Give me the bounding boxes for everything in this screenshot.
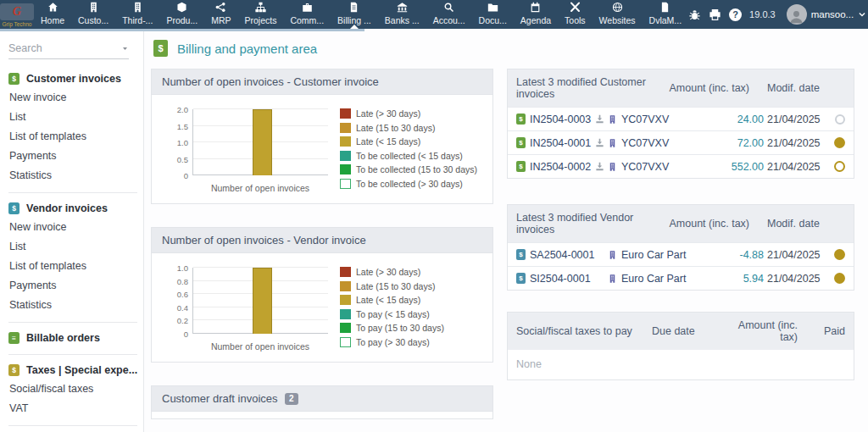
sidebar-section-title[interactable]: $Taxes | Special expe... [8, 363, 137, 379]
cube-icon [176, 2, 187, 13]
sidebar-link[interactable]: New invoice [8, 87, 137, 107]
vendor-open-invoices-panel: Number of open invoices - Vendor invoice… [151, 227, 493, 363]
company-building-icon [608, 250, 617, 260]
amount-header: Amount (inc. tax) [670, 218, 749, 230]
company-cell: Euro Car Part [608, 249, 693, 261]
search-input[interactable] [8, 42, 108, 54]
sidebar-link[interactable]: Payments [8, 275, 137, 295]
nav-item-accou[interactable]: Accou... [426, 0, 472, 29]
nav-item-label: Comm... [290, 15, 324, 25]
sidebar-link[interactable]: List [8, 107, 137, 126]
nav-item-banks[interactable]: Banks ... [378, 0, 426, 29]
search-dropdown-caret-icon[interactable] [121, 45, 129, 53]
page-title: Billing and payment area [177, 42, 317, 56]
nav-item-produ[interactable]: Produ... [159, 0, 204, 29]
sidebar-link[interactable]: VAT [8, 398, 137, 418]
nav-item-label: Docu... [479, 15, 507, 25]
company-link[interactable]: YC07VXV [621, 114, 669, 125]
x-axis-label: Number of open invoices [192, 341, 328, 352]
legend-item: Late (> 30 days) [340, 267, 444, 277]
download-icon[interactable] [595, 138, 604, 147]
invoice-ref-link[interactable]: IN2504-0002 [530, 161, 591, 173]
billable-orders-icon: ≡ [8, 332, 19, 344]
nav-item-docu[interactable]: Docu... [472, 0, 514, 29]
invoice-amount: 5.94 [696, 273, 764, 285]
paid-header: Paid [801, 325, 845, 337]
nav-item-label: Custo... [78, 15, 108, 25]
vendor-invoice-icon: $ [516, 273, 526, 284]
nav-item-dvlam[interactable]: DvlaM... [643, 0, 689, 29]
sidebar-section-title[interactable]: ≡Billable orders [8, 331, 137, 346]
sidebar-link[interactable]: List [8, 236, 137, 256]
nav-item-projects[interactable]: Projects [238, 0, 284, 29]
briefcase-icon [302, 2, 313, 13]
nav-item-comm[interactable]: Comm... [283, 0, 331, 29]
legend-color-swatch [340, 108, 351, 119]
modified-date: 21/04/2025 [767, 273, 826, 285]
status-cell [830, 161, 845, 172]
sidebar-link[interactable]: List of templates [8, 256, 137, 275]
invoice-ref-link[interactable]: IN2504-0003 [530, 114, 591, 125]
nav-item-billing[interactable]: Billing ... [331, 0, 378, 29]
sidebar-link[interactable]: Payments [8, 146, 137, 165]
amount-header: Amount (inc. tax) [733, 319, 801, 343]
chart-plot-area: 00.20.40.60.81.0Number of open invoices [162, 264, 331, 352]
user-menu[interactable]: mansoo... [783, 4, 867, 25]
folder-icon [487, 2, 498, 13]
company-link[interactable]: YC07VXV [621, 137, 669, 149]
nodes-icon [215, 2, 226, 13]
help-icon[interactable]: ? [729, 8, 742, 21]
sidebar-link[interactable]: Social/fiscal taxes [8, 379, 137, 398]
invoice-row: $IN2504-0003YC07VXV24.0021/04/2025 [508, 107, 854, 130]
sidebar-section-title[interactable]: $Customer invoices [8, 72, 137, 87]
nav-item-websites[interactable]: Websites [593, 0, 643, 29]
invoice-ref-link[interactable]: SI2504-0001 [530, 273, 591, 285]
nav-item-home[interactable]: Home [34, 0, 71, 29]
company-link[interactable]: YC07VXV [621, 161, 669, 173]
sidebar-link[interactable]: Statistics [8, 295, 137, 314]
nav-item-mrp[interactable]: MRP [204, 0, 237, 29]
magnifier-icon [443, 2, 454, 13]
table-header: Latest 3 modified Vendor invoices Amount… [508, 205, 854, 242]
nav-item-custo[interactable]: Custo... [71, 0, 115, 29]
app-logo[interactable]: G Grip Techno [0, 0, 34, 29]
home-icon [47, 2, 58, 13]
globe-icon [612, 2, 623, 13]
panel-header: Number of open invoices - Customer invoi… [152, 69, 492, 95]
nav-item-tools[interactable]: Tools [558, 0, 593, 29]
legend-label: Late (15 to 30 days) [356, 123, 435, 133]
sidebar-link[interactable]: List of templates [8, 126, 137, 146]
nav-item-label: Websites [599, 15, 636, 25]
sitemap-icon [255, 2, 266, 13]
y-tick-label: 1.0 [177, 263, 188, 273]
company-link[interactable]: Euro Car Part [621, 273, 686, 285]
nav-item-third[interactable]: Third-... [115, 0, 159, 29]
invoice-ref-link[interactable]: IN2504-0001 [530, 137, 591, 149]
invoice-ref-cell: $SI2504-0001 [516, 273, 604, 285]
bug-icon[interactable] [688, 8, 701, 21]
legend-label: To be collected (> 30 days) [356, 179, 463, 189]
modified-date: 21/04/2025 [767, 137, 826, 149]
customer-invoice-icon: $ [516, 137, 526, 148]
modified-date: 21/04/2025 [767, 249, 826, 261]
sidebar-section-title[interactable]: $Vendor invoices [8, 202, 137, 217]
nav-item-label: Produ... [166, 15, 198, 25]
company-link[interactable]: Euro Car Part [621, 249, 686, 261]
bar-chart: 00.20.40.60.81.0Number of open invoicesL… [162, 264, 486, 352]
bar [253, 268, 272, 334]
download-icon[interactable] [595, 162, 604, 171]
table-title: Latest 3 modified Vendor invoices [516, 212, 670, 235]
invoice-ref-link[interactable]: SA2504-0001 [530, 249, 594, 261]
sidebar-link[interactable]: New invoice [8, 217, 137, 236]
nav-item-agenda[interactable]: Agenda [514, 0, 558, 29]
y-tick-label: 0.8 [177, 276, 188, 285]
main-nav-items: HomeCusto...Third-...Produ...MRPProjects… [34, 0, 688, 29]
printer-icon[interactable] [709, 8, 721, 21]
customer-draft-invoices-panel: Customer draft invoices 2 [151, 385, 493, 419]
sidebar-link[interactable]: Statistics [8, 165, 137, 185]
download-icon[interactable] [595, 114, 604, 124]
chevron-down-icon [858, 10, 866, 19]
empty-row: None [508, 350, 854, 379]
building-icon [88, 2, 99, 13]
latest-vendor-invoices-panel: Latest 3 modified Vendor invoices Amount… [507, 204, 854, 291]
